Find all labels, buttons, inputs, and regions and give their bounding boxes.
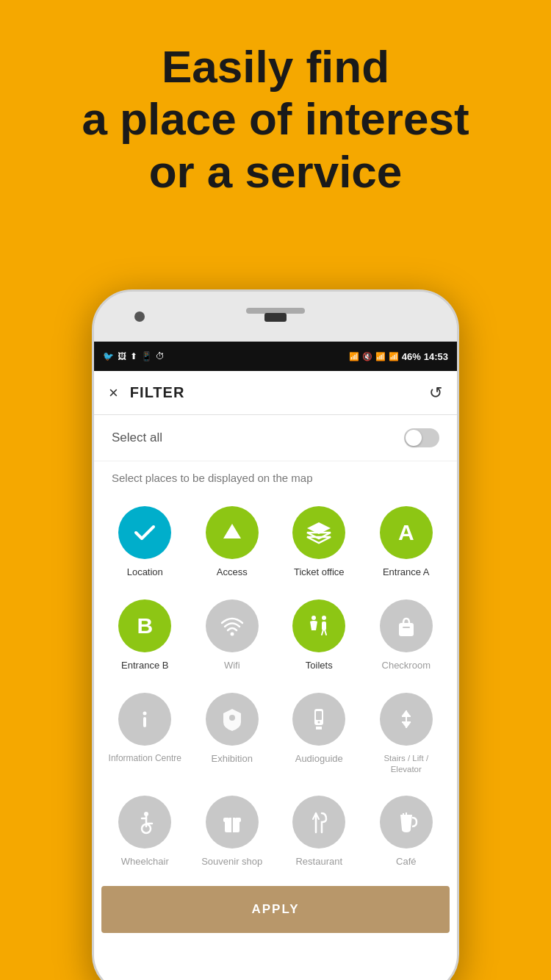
svg-marker-0 bbox=[223, 524, 241, 538]
toggle-knob bbox=[406, 430, 422, 446]
svg-rect-10 bbox=[399, 623, 414, 636]
filter-item-entrance-a[interactable]: A Entrance A bbox=[363, 496, 450, 589]
checkroom-circle bbox=[380, 599, 433, 652]
device-icon: 📱 bbox=[141, 351, 152, 361]
screen-title: FILTER bbox=[130, 384, 417, 401]
exhibition-label: Exhibition bbox=[212, 753, 253, 765]
filter-item-checkroom[interactable]: Checkroom bbox=[363, 589, 450, 682]
reset-button[interactable]: ↺ bbox=[429, 383, 442, 403]
wheelchair-label: Wheelchair bbox=[121, 856, 169, 868]
filter-item-entrance-b[interactable]: B Entrance B bbox=[101, 589, 189, 682]
wheelchair-circle bbox=[118, 796, 171, 849]
audioguide-label: Audioguide bbox=[295, 753, 343, 765]
restaurant-label: Restaurant bbox=[295, 856, 342, 868]
location-label: Location bbox=[127, 566, 163, 579]
status-right: 📶 🔇 📶 📶 46% 14:53 bbox=[349, 351, 448, 362]
stairs-circle bbox=[380, 693, 433, 746]
status-bar: 🐦 🖼 ⬆ 📱 ⏱ 📶 🔇 📶 📶 46% 14:53 bbox=[94, 342, 457, 371]
svg-point-12 bbox=[143, 711, 147, 715]
souvenir-circle bbox=[206, 796, 259, 849]
phone-icon bbox=[306, 706, 332, 732]
info-label: Information Centre bbox=[109, 753, 181, 765]
signal-icon: 📶 bbox=[389, 352, 399, 361]
entrance-b-text: B bbox=[137, 613, 153, 638]
cafe-circle bbox=[380, 796, 433, 849]
access-circle bbox=[206, 506, 259, 559]
svg-point-17 bbox=[318, 721, 320, 723]
entrance-a-circle: A bbox=[380, 506, 433, 559]
restaurant-circle bbox=[292, 796, 345, 849]
twitter-icon: 🐦 bbox=[103, 351, 114, 361]
select-all-row[interactable]: Select all bbox=[94, 415, 457, 461]
drink-icon bbox=[393, 809, 419, 835]
filter-item-info[interactable]: Information Centre bbox=[101, 682, 189, 785]
toilets-circle bbox=[292, 599, 345, 652]
network-icons: 📶 bbox=[349, 352, 359, 361]
places-subtitle: Select places to be displayed on the map bbox=[94, 461, 457, 489]
select-all-label: Select all bbox=[112, 430, 162, 445]
select-all-toggle[interactable] bbox=[404, 428, 439, 447]
svg-point-14 bbox=[229, 715, 235, 721]
apply-button[interactable]: APPLY bbox=[101, 886, 450, 933]
check-icon bbox=[132, 519, 158, 546]
clock-icon: ⏱ bbox=[156, 351, 165, 361]
svg-point-4 bbox=[230, 632, 234, 635]
filter-grid: Location Access bbox=[94, 489, 457, 879]
hero-section: Easily find a place of interest or a ser… bbox=[0, 0, 551, 220]
filter-item-wheelchair[interactable]: Wheelchair bbox=[101, 785, 189, 879]
svg-point-5 bbox=[311, 616, 316, 620]
toilets-icon bbox=[306, 613, 332, 639]
svg-point-6 bbox=[322, 616, 326, 620]
filter-item-toilets[interactable]: Toilets bbox=[276, 589, 363, 682]
wifi-circle bbox=[206, 599, 259, 652]
arrow-up-icon bbox=[219, 519, 245, 546]
filter-item-stairs[interactable]: Stairs / Lift / Elevator bbox=[363, 682, 450, 785]
wifi-icon bbox=[219, 613, 245, 639]
shield-icon bbox=[219, 706, 245, 732]
info-circle bbox=[118, 693, 171, 746]
status-left: 🐦 🖼 ⬆ 📱 ⏱ bbox=[103, 351, 165, 361]
entrance-b-circle: B bbox=[118, 599, 171, 652]
wheelchair-icon bbox=[132, 809, 158, 835]
ticket-circle bbox=[292, 506, 345, 559]
svg-marker-3 bbox=[307, 537, 331, 543]
bag-icon bbox=[393, 613, 419, 639]
audioguide-circle bbox=[292, 693, 345, 746]
fork-icon bbox=[306, 809, 332, 835]
souvenir-label: Souvenir shop bbox=[201, 856, 262, 868]
wifi-status-icon: 📶 bbox=[375, 352, 386, 361]
svg-rect-16 bbox=[316, 711, 322, 720]
updown-icon bbox=[393, 706, 419, 732]
info-icon bbox=[132, 706, 158, 732]
svg-rect-13 bbox=[143, 717, 146, 727]
wifi-label: Wifi bbox=[224, 660, 240, 672]
checkroom-label: Checkroom bbox=[382, 660, 431, 672]
app-header: × FILTER ↺ bbox=[94, 371, 457, 415]
toilets-label: Toilets bbox=[306, 660, 333, 672]
cafe-label: Café bbox=[396, 856, 416, 868]
image-icon: 🖼 bbox=[118, 351, 126, 361]
filter-item-access[interactable]: Access bbox=[189, 496, 276, 589]
close-button[interactable]: × bbox=[109, 383, 118, 403]
gift-icon bbox=[219, 809, 245, 835]
filter-item-exhibition[interactable]: Exhibition bbox=[189, 682, 276, 785]
entrance-a-text: A bbox=[398, 520, 414, 545]
phone-screen: Select all Select places to be displayed… bbox=[94, 415, 457, 980]
filter-item-location[interactable]: Location bbox=[101, 496, 189, 589]
svg-rect-11 bbox=[403, 627, 410, 628]
filter-item-audioguide[interactable]: Audioguide bbox=[276, 682, 363, 785]
phone-top bbox=[94, 292, 457, 342]
location-circle bbox=[118, 506, 171, 559]
filter-item-restaurant[interactable]: Restaurant bbox=[276, 785, 363, 879]
layers-icon bbox=[306, 519, 332, 546]
filter-item-cafe[interactable]: Café bbox=[363, 785, 450, 879]
filter-item-souvenir[interactable]: Souvenir shop bbox=[189, 785, 276, 879]
time-label: 14:53 bbox=[424, 351, 448, 362]
hero-title: Easily find a place of interest or a ser… bbox=[44, 40, 507, 198]
camera bbox=[134, 311, 145, 322]
home-btn bbox=[264, 313, 287, 322]
filter-item-wifi[interactable]: Wifi bbox=[189, 589, 276, 682]
filter-item-ticket[interactable]: Ticket office bbox=[276, 496, 363, 589]
entrance-b-label: Entrance B bbox=[121, 660, 168, 672]
ticket-label: Ticket office bbox=[294, 566, 345, 579]
